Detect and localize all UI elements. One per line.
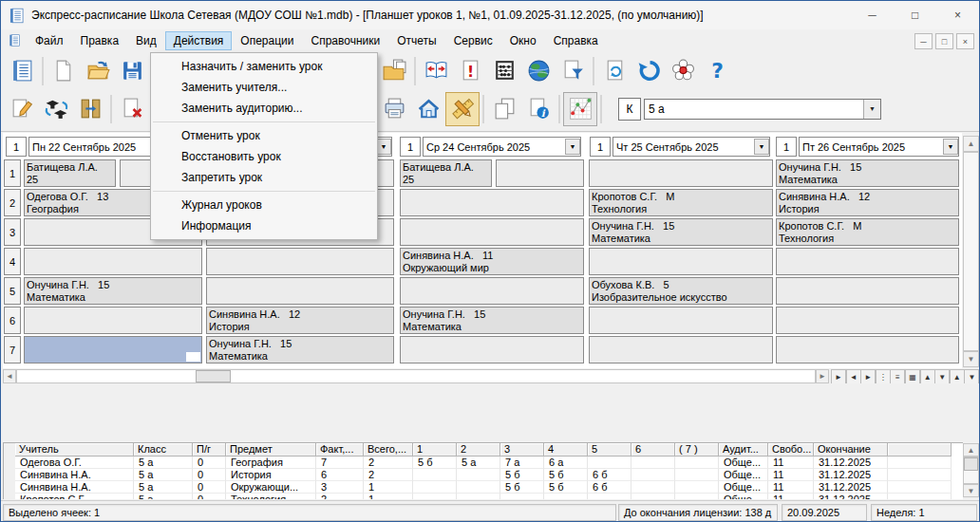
table-cell[interactable]	[675, 457, 719, 469]
column-header-0[interactable]: Учитель	[15, 443, 134, 457]
grid-vscrollbar[interactable]	[963, 152, 979, 351]
page-filter-icon[interactable]	[556, 54, 590, 88]
context-menu-item-9[interactable]: Информация	[151, 215, 377, 236]
lesson-cell-empty[interactable]	[589, 336, 773, 364]
table-cell[interactable]: 5 б	[500, 481, 544, 494]
lesson-cell[interactable]: Синявина Н.А. 12История	[206, 307, 394, 334]
lesson-cell[interactable]: Онучина Г.Н. 15Математика	[206, 336, 394, 364]
last-column-icon[interactable]: ►	[860, 369, 876, 384]
table-cell[interactable]	[457, 481, 500, 494]
table-cell[interactable]: 0	[193, 481, 226, 494]
table-cell[interactable]: 3	[316, 481, 364, 494]
journal-icon[interactable]	[5, 54, 39, 88]
table-cell[interactable]: История	[226, 469, 316, 481]
lesson-cell[interactable]: Онучина Г.Н. 15Математика	[24, 277, 202, 305]
column-header-2[interactable]: П/г	[193, 443, 226, 457]
save-icon[interactable]	[115, 54, 149, 88]
table-cell[interactable]: 6 б	[588, 469, 631, 481]
table-cell[interactable]: 0	[193, 469, 226, 481]
table-cell[interactable]: Синявина Н.А.	[15, 481, 134, 494]
table-cell[interactable]: 5 а	[457, 457, 500, 469]
table-cell[interactable]	[500, 494, 544, 499]
table-cell[interactable]	[675, 481, 719, 494]
lesson-cell[interactable]: Онучина Г.Н. 15Математика	[589, 218, 773, 246]
mdi-minimize-button[interactable]: ─	[914, 33, 933, 49]
column-header-12[interactable]: ( 7 )	[675, 443, 719, 457]
sort-up-icon[interactable]: ▲	[920, 369, 935, 384]
table-cell[interactable]: 5 б	[413, 457, 457, 469]
close-button[interactable]: ×	[936, 1, 979, 28]
table-cell[interactable]: География	[226, 457, 316, 469]
lesson-cell[interactable]: Синявина Н.А. 12История	[776, 189, 959, 216]
table-cell[interactable]: Окружающи...	[226, 481, 316, 494]
table-cell[interactable]	[675, 494, 719, 499]
menu-item-1[interactable]: Правка	[72, 31, 128, 50]
sort-down-icon[interactable]: ▼	[934, 369, 950, 384]
table-cell[interactable]	[457, 469, 500, 481]
menu-item-2[interactable]: Вид	[127, 31, 165, 50]
column-header-14[interactable]: Свобо...	[768, 443, 814, 457]
lesson-cell-empty[interactable]	[400, 189, 584, 216]
table-cell[interactable]: 1	[364, 494, 413, 499]
scroll-up-button[interactable]: ▲	[963, 136, 979, 152]
menu-item-0[interactable]: Файл	[27, 31, 72, 50]
table-cell[interactable]	[457, 494, 500, 499]
column-header-4[interactable]: Факт,...	[316, 443, 364, 457]
pages-icon[interactable]	[487, 92, 521, 126]
lesson-cell-empty[interactable]	[776, 248, 959, 275]
table-cell[interactable]: 7	[316, 457, 364, 469]
table-cell[interactable]	[413, 469, 457, 481]
lesson-cell-empty[interactable]	[400, 218, 584, 246]
table-cell[interactable]	[675, 469, 719, 481]
page-info-icon[interactable]: i	[521, 92, 556, 126]
print-icon[interactable]	[377, 92, 411, 126]
lesson-cell[interactable]: Батищева Л.А.25	[400, 159, 492, 187]
day-combobox[interactable]: Чт 25 Сентябрь 2025▼	[612, 137, 770, 157]
page-edit-icon[interactable]	[5, 92, 39, 126]
chevron-down-icon[interactable]: ▼	[943, 139, 958, 155]
menu-item-5[interactable]: Справочники	[303, 31, 389, 50]
table-cell[interactable]: 2	[364, 469, 413, 481]
scroll-down-button[interactable]: ▼	[963, 351, 979, 367]
pencil-ruler-icon[interactable]	[445, 92, 480, 126]
class-combobox[interactable]: 5 а▼	[644, 99, 881, 120]
column-header-13[interactable]: Аудит...	[719, 443, 768, 457]
table-cell[interactable]: 31.12.2025	[814, 481, 888, 494]
column-header-9[interactable]: 4	[544, 443, 588, 457]
table-cell[interactable]: 11	[768, 457, 814, 469]
refresh-icon[interactable]	[631, 54, 666, 88]
lesson-cell[interactable]: Онучина Г.Н. 15Математика	[400, 307, 584, 334]
table-cell[interactable]: 0	[193, 457, 226, 469]
book-swap-icon[interactable]	[419, 54, 453, 88]
table-cell[interactable]: 2	[316, 494, 364, 499]
lesson-cell-empty[interactable]	[400, 277, 584, 305]
move-top-icon[interactable]: ▲	[950, 369, 965, 384]
lesson-cell[interactable]: Кропотов С.Г. МТехнология	[589, 189, 773, 216]
chevron-down-icon[interactable]: ▼	[565, 139, 580, 155]
mdi-close-button[interactable]: ×	[956, 33, 974, 49]
lesson-cell-empty[interactable]	[776, 307, 959, 334]
menu-item-3[interactable]: Действия	[165, 31, 233, 50]
table-cell[interactable]: Кропотов С.Г.	[15, 494, 134, 499]
column-header-15[interactable]: Окончание	[814, 443, 888, 457]
day-combobox[interactable]: Пт 26 Сентябрь 2025▼	[799, 137, 959, 157]
page-x-icon[interactable]	[115, 92, 149, 126]
table-cell[interactable]: 6 а	[544, 457, 588, 469]
lesson-cell[interactable]: Онучина Г.Н. 15Математика	[776, 159, 959, 187]
scroll-right-button[interactable]: ►	[816, 369, 829, 383]
table-cell[interactable]: 0	[193, 494, 226, 499]
lesson-cell[interactable]: Батищева Л.А.25	[24, 159, 116, 187]
chart-icon[interactable]	[563, 92, 597, 126]
help-icon[interactable]: ?	[700, 54, 734, 88]
table-cell[interactable]: Технология	[226, 494, 316, 499]
table-cell[interactable]	[631, 457, 675, 469]
table-cell[interactable]	[588, 457, 631, 469]
home-icon[interactable]	[411, 92, 445, 126]
table-cell[interactable]: 5 а	[134, 457, 193, 469]
list-icon[interactable]: ≡	[890, 369, 905, 384]
table-cell[interactable]	[631, 481, 675, 494]
column-header-8[interactable]: 3	[500, 443, 544, 457]
table-cell[interactable]: 2	[364, 457, 413, 469]
context-menu-item-0[interactable]: Назначить / заменить урок	[151, 56, 377, 77]
lesson-cell-empty[interactable]	[206, 277, 394, 305]
